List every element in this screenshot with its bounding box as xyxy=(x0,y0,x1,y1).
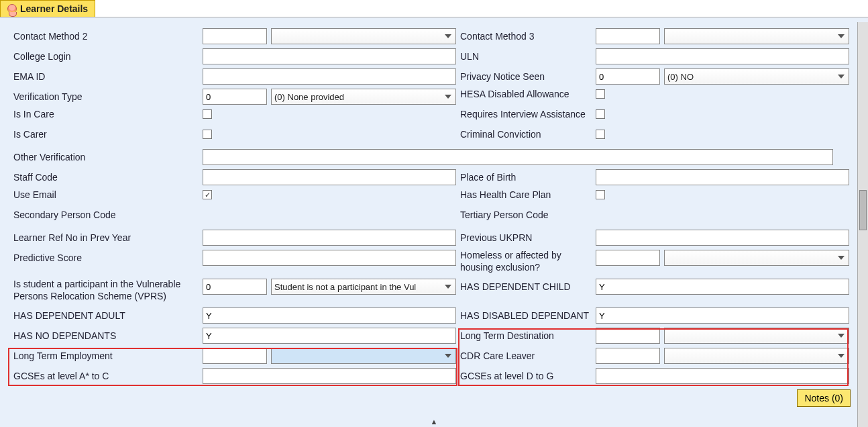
cdr-care-code[interactable] xyxy=(596,348,660,364)
label-prev-ukprn: Previous UKPRN xyxy=(460,232,596,244)
label-hesa-disabled: HESA Disabled Allowance xyxy=(460,89,596,100)
label-uln: ULN xyxy=(460,51,596,62)
label-college-login: College Login xyxy=(13,51,203,62)
privacy-notice-code[interactable] xyxy=(596,68,660,85)
label-ema-id: EMA ID xyxy=(13,71,203,83)
predictive-score-input[interactable] xyxy=(203,250,456,266)
label-tertiary-person: Tertiary Person Code xyxy=(460,209,596,221)
use-email-checkbox[interactable]: ✓ xyxy=(203,190,212,199)
label-gcse-a-c: GCSEs at level A* to C xyxy=(13,371,203,382)
verification-type-code[interactable] xyxy=(203,89,267,105)
label-vprs: Is student a participant in the Vulnerab… xyxy=(13,279,203,302)
label-long-term-dest: Long Term Destination xyxy=(460,330,596,342)
gcse-a-c-input[interactable] xyxy=(203,368,456,384)
cdr-care-dropdown[interactable] xyxy=(664,348,849,364)
label-staff-code: Staff Code xyxy=(13,172,203,183)
long-term-dest-dropdown[interactable] xyxy=(664,328,849,344)
uln-input[interactable] xyxy=(596,48,849,64)
vprs-code[interactable] xyxy=(203,279,267,295)
person-icon xyxy=(7,4,17,13)
staff-code-input[interactable] xyxy=(203,169,456,185)
has-disabled-dep-input[interactable] xyxy=(596,307,849,324)
other-verification-input[interactable] xyxy=(203,149,833,165)
label-is-in-care: Is In Care xyxy=(13,109,203,120)
contact-method-3-code[interactable] xyxy=(596,28,660,44)
label-is-carer: Is Carer xyxy=(13,129,203,140)
homeless-dropdown[interactable] xyxy=(664,250,849,266)
hesa-disabled-checkbox[interactable] xyxy=(596,89,605,99)
is-carer-checkbox[interactable] xyxy=(203,130,212,139)
form-area: Contact Method 2 Contact Method 3 Colleg… xyxy=(0,21,857,388)
health-care-checkbox[interactable] xyxy=(596,190,605,199)
label-has-dep-child: HAS DEPENDENT CHILD xyxy=(460,281,596,293)
vertical-scrollbar[interactable] xyxy=(857,22,868,427)
has-no-dep-input[interactable] xyxy=(203,328,456,344)
label-contact-method-3: Contact Method 3 xyxy=(460,31,596,42)
college-login-input[interactable] xyxy=(203,48,456,64)
vprs-dropdown[interactable]: Student is not a participant in the Vul xyxy=(271,279,456,295)
tab-learner-details[interactable]: Learner Details xyxy=(0,0,95,17)
has-dep-adult-input[interactable] xyxy=(203,307,456,324)
label-verification-type: Verification Type xyxy=(13,91,203,103)
contact-method-3-dropdown[interactable] xyxy=(664,28,849,44)
label-other-verification: Other Verification xyxy=(13,152,203,163)
chevron-up-icon[interactable]: ▲ xyxy=(431,418,438,426)
ema-id-input[interactable] xyxy=(203,68,456,85)
label-interview-assist: Requires Interview Assistance xyxy=(460,109,596,120)
label-long-term-emp: Long Term Employment xyxy=(13,350,203,362)
place-birth-input[interactable] xyxy=(596,169,849,185)
label-contact-method-2: Contact Method 2 xyxy=(13,31,203,42)
long-term-emp-code[interactable] xyxy=(203,348,267,364)
learner-ref-prev-input[interactable] xyxy=(203,230,456,246)
window-header: Learner Details xyxy=(0,0,868,17)
label-has-no-dep: HAS NO DEPENDANTS xyxy=(13,330,203,342)
privacy-notice-dropdown[interactable]: (0) NO xyxy=(664,68,849,85)
interview-assist-checkbox[interactable] xyxy=(596,109,605,119)
notes-button[interactable]: Notes (0) xyxy=(797,389,851,407)
is-in-care-checkbox[interactable] xyxy=(203,109,212,119)
label-learner-ref-prev: Learner Ref No in Prev Year xyxy=(13,232,203,244)
tab-title: Learner Details xyxy=(20,3,88,14)
label-health-care: Has Health Care Plan xyxy=(460,189,596,201)
long-term-emp-dropdown[interactable] xyxy=(271,348,456,364)
scroll-thumb[interactable] xyxy=(859,190,867,230)
label-has-dep-adult: HAS DEPENDENT ADULT xyxy=(13,310,203,322)
has-dep-child-input[interactable] xyxy=(596,279,849,295)
label-use-email: Use Email xyxy=(13,189,203,201)
label-criminal: Criminal Conviction xyxy=(460,129,596,140)
label-privacy-notice: Privacy Notice Seen xyxy=(460,71,596,83)
label-predictive-score: Predictive Score xyxy=(13,252,203,264)
label-has-disabled-dep: HAS DISABLED DEPENDANT xyxy=(460,310,596,322)
label-cdr-care: CDR Care Leaver xyxy=(460,350,596,362)
label-homeless: Homeless or affected by housing exclusio… xyxy=(460,250,596,273)
contact-method-2-code[interactable] xyxy=(203,28,267,44)
criminal-checkbox[interactable] xyxy=(596,130,605,139)
long-term-dest-code[interactable] xyxy=(596,328,660,344)
verification-type-dropdown[interactable]: (0) None provided xyxy=(271,89,456,105)
homeless-code[interactable] xyxy=(596,250,660,266)
label-place-birth: Place of Birth xyxy=(460,172,596,183)
label-gcse-d-g: GCSEs at level D to G xyxy=(460,371,596,382)
gcse-d-g-input[interactable] xyxy=(596,368,849,384)
prev-ukprn-input[interactable] xyxy=(596,230,849,246)
label-secondary-person: Secondary Person Code xyxy=(13,209,203,221)
contact-method-2-dropdown[interactable] xyxy=(271,28,456,44)
